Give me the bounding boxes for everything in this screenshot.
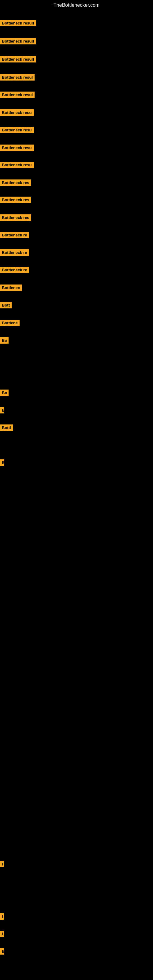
bottleneck-result-label: Bo [0,390,9,396]
bottleneck-result-label: Bottleneck result [0,38,36,45]
site-title: TheBottlenecker.com [0,0,153,10]
chart-area: Bottleneck resultBottleneck resultBottle… [0,12,153,980]
bottleneck-result-label: Bo [0,337,9,344]
bottleneck-result-label: Bottleneck re [0,267,29,273]
bottleneck-result-label: Bottleneck resu [0,109,33,116]
bottleneck-result-label: B [0,948,4,955]
bottleneck-result-label: Bottlene [0,320,19,326]
bottleneck-result-label: Bottleneck resul [0,92,35,98]
bottleneck-result-label: Bottleneck resu [0,145,33,151]
bottleneck-result-label: Bottleneck res [0,215,31,221]
bottleneck-result-label: Bott [0,302,12,309]
bottleneck-result-label: Bottleneck result [0,20,36,26]
bottleneck-result-label: B [0,460,4,466]
bottleneck-result-label: Bottleneck result [0,56,36,62]
bottleneck-result-label: Bottl [0,425,13,431]
bottleneck-result-label: Bottleneck resu [0,127,33,133]
bottleneck-result-label: Bottleneck resul [0,74,35,81]
bottleneck-result-label: Bottleneck re [0,249,29,256]
bottleneck-result-label: I [0,913,4,920]
bottleneck-result-label: Bottleneck res [0,180,31,186]
bottleneck-result-label: I [0,861,4,867]
bottleneck-result-label: Bottleneck res [0,197,31,203]
bottleneck-result-label: Bottlenec [0,285,22,291]
bottleneck-result-label: Bottleneck re [0,232,29,238]
bottleneck-result-label: B [0,407,4,414]
bottleneck-result-label: I [0,931,4,937]
bottleneck-result-label: Bottleneck resu [0,162,33,168]
